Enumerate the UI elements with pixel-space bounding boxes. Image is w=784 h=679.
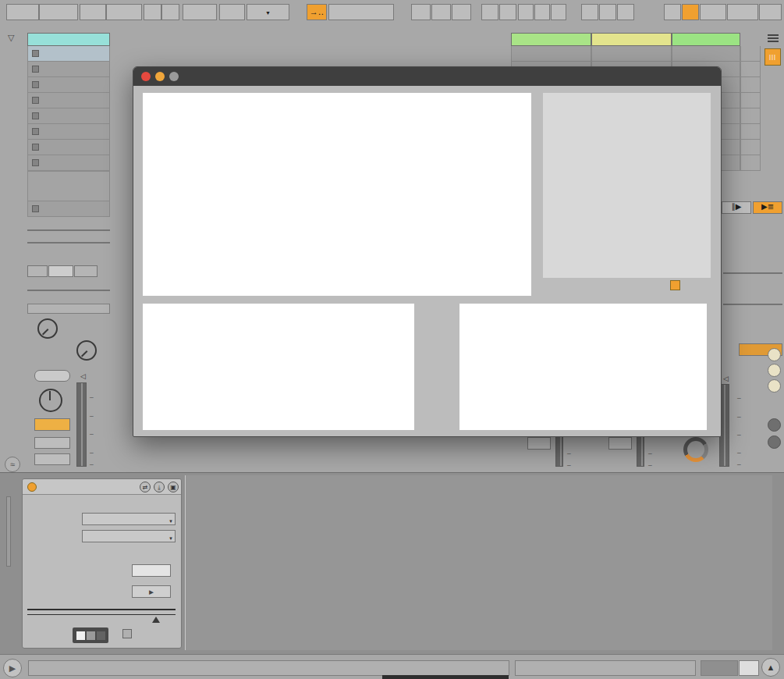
time-signature-display[interactable]: [183, 4, 217, 20]
clip-stop-button[interactable]: [32, 128, 39, 135]
clip-slot[interactable]: [27, 124, 110, 140]
curve-sine-button[interactable]: [581, 4, 598, 20]
show-cue-toggle[interactable]: [768, 435, 781, 449]
order-numberbox[interactable]: [132, 564, 171, 577]
clip-slot[interactable]: [27, 155, 110, 171]
back-to-arrangement-button[interactable]: [518, 4, 534, 20]
zoom-icon[interactable]: [169, 72, 179, 81]
clip-stop-button[interactable]: [32, 81, 39, 88]
nudge-down-button[interactable]: [144, 4, 161, 20]
return-b-solo-button[interactable]: [608, 437, 632, 450]
gain-slider-thumb[interactable]: [152, 617, 160, 623]
midi-map-button[interactable]: [727, 4, 758, 20]
monitor-auto-button[interactable]: [48, 265, 73, 277]
pole-zero-plot[interactable]: [543, 93, 711, 278]
edit-max-icon[interactable]: ▣: [168, 482, 179, 492]
open-checkbox[interactable]: [122, 629, 132, 638]
master-output-select[interactable]: ▼: [723, 272, 782, 274]
crossfade-a-button[interactable]: ∥▶: [722, 201, 751, 214]
clip-slot[interactable]: [27, 108, 110, 124]
stop-button[interactable]: [431, 4, 451, 20]
master-header[interactable]: [672, 33, 740, 46]
clip-stop-button[interactable]: [32, 97, 39, 104]
input-channel-select[interactable]: ▼: [27, 242, 110, 244]
return-b-header[interactable]: [591, 33, 672, 46]
clip-slot[interactable]: [27, 93, 110, 108]
response-select[interactable]: ▼: [82, 530, 176, 542]
follow-button[interactable]: [39, 4, 78, 20]
draw-mode-button[interactable]: [664, 4, 681, 20]
clip-stop-button[interactable]: [32, 112, 39, 119]
filterdesign-device[interactable]: ⇄ ⤓ ▣ ▼ ▼ ▶: [22, 478, 182, 649]
master-pan-knob[interactable]: [683, 437, 708, 462]
monitor-off-button[interactable]: [74, 265, 98, 277]
crossfade-curve-icon[interactable]: ≈: [5, 457, 20, 472]
punch-button[interactable]: [551, 4, 566, 20]
hotswap-icon[interactable]: ⇄: [140, 482, 151, 492]
send-b-knob[interactable]: [76, 340, 97, 361]
close-icon[interactable]: [141, 72, 151, 81]
return-a-header[interactable]: [511, 33, 591, 46]
quantization-select[interactable]: ▼: [247, 4, 289, 20]
clip-slot[interactable]: [27, 140, 110, 155]
tap-button[interactable]: [80, 4, 106, 20]
output-device-select[interactable]: ▼: [27, 290, 110, 291]
stop-all-clips-row[interactable]: [27, 201, 110, 217]
track-header[interactable]: [27, 33, 110, 46]
input-device-select[interactable]: ▼: [27, 229, 110, 231]
record-button[interactable]: [452, 4, 471, 20]
solo-button[interactable]: [34, 437, 70, 449]
play-button[interactable]: [411, 4, 431, 20]
clip-stop-button[interactable]: [32, 159, 39, 166]
minimize-icon[interactable]: [155, 72, 165, 81]
nudge-up-button[interactable]: [161, 4, 179, 20]
frequency-numberbox[interactable]: ▶: [132, 585, 171, 598]
show-detail-toggle[interactable]: ▲: [761, 658, 780, 677]
save-preset-icon[interactable]: ⤓: [154, 482, 165, 492]
graph-window-titlebar[interactable]: [133, 67, 721, 86]
master-cue-select[interactable]: ▼: [723, 304, 782, 305]
return-a-solo-button[interactable]: [527, 437, 551, 450]
metronome-button[interactable]: [219, 4, 245, 20]
key-map-button[interactable]: [700, 4, 726, 20]
device-scrollbar[interactable]: [6, 496, 11, 567]
computer-midi-keyboard-button[interactable]: [682, 4, 699, 20]
monitor-in-button[interactable]: [27, 265, 48, 277]
mixer-toggle-button[interactable]: |||: [764, 48, 781, 66]
gain-slider[interactable]: [27, 609, 176, 615]
clip-stop-button[interactable]: [32, 50, 39, 57]
device-titlebar[interactable]: ⇄ ⤓ ▣: [23, 479, 181, 495]
link-button[interactable]: [6, 4, 39, 20]
preview-play-button[interactable]: ▶: [3, 659, 22, 677]
session-record-button[interactable]: [499, 4, 516, 20]
topology-select[interactable]: ▼: [82, 513, 176, 525]
float-checkbox[interactable]: [670, 280, 680, 290]
tempo-display[interactable]: [106, 4, 142, 20]
device-activator-led[interactable]: [27, 482, 37, 492]
arm-button[interactable]: [34, 453, 70, 465]
show-returns-toggle[interactable]: [768, 379, 781, 393]
show-crossfader-toggle[interactable]: [768, 418, 781, 432]
draw-box-button[interactable]: [534, 4, 550, 20]
track-activator-button[interactable]: [34, 418, 70, 431]
pan-knob[interactable]: [39, 389, 62, 412]
curve-square-button[interactable]: [599, 4, 616, 20]
device-drop-zone[interactable]: [185, 475, 772, 650]
graph-window[interactable]: [133, 66, 722, 437]
crossfade-b-button[interactable]: ▶≣: [753, 201, 782, 214]
show-sends-toggle[interactable]: [768, 364, 781, 377]
clip-slot[interactable]: [27, 46, 110, 62]
send-a-knob[interactable]: [37, 318, 58, 339]
curve-ramp-button[interactable]: [617, 4, 634, 20]
clip-stop-button[interactable]: [32, 144, 39, 151]
clip-stop-button[interactable]: [32, 205, 39, 212]
hamburger-menu-icon[interactable]: [768, 34, 779, 36]
show-io-toggle[interactable]: [768, 348, 781, 361]
clip-stop-button[interactable]: [32, 66, 39, 73]
collapse-triangle-icon[interactable]: ▽: [8, 33, 14, 43]
follow-arrow-button[interactable]: →‥: [307, 4, 327, 20]
clip-slot[interactable]: [27, 62, 110, 77]
volume-display[interactable]: [34, 370, 70, 382]
clip-slot[interactable]: [27, 77, 110, 93]
new-button[interactable]: [481, 4, 498, 20]
